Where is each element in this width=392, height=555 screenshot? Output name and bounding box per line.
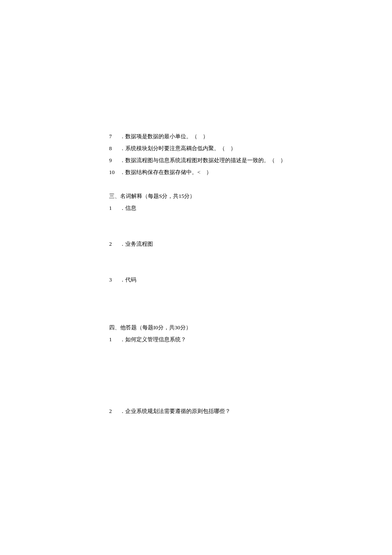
document-body: 7 ．数据项是数据的最小单位。（ ） 8 ．系统模块划分时要注意高耦合低内聚。（… (109, 131, 322, 417)
heading-text: 三、名词解释（每题S分，共15分） (109, 193, 195, 199)
section-4-heading: 四、他答题（每题I0分，共30分） (109, 322, 322, 334)
question-text: ．数据项是数据的最小单位。（ ） (120, 133, 208, 139)
section-3-heading: 三、名词解释（每题S分，共15分） (109, 190, 322, 202)
question-number: 2 (109, 238, 118, 250)
question-number: 2 (109, 405, 118, 417)
question-text: ．系统模块划分时要注意高耦合低内聚。（ ） (120, 145, 236, 151)
answer-question-2: 2 ．企业系统规划法需要遵循的原则包括哪些？ (109, 405, 322, 417)
question-text: ．信息 (120, 205, 136, 211)
question-number: 1 (109, 202, 118, 214)
question-number: 3 (109, 274, 118, 286)
heading-text: 四、他答题（每题I0分，共30分） (109, 324, 191, 331)
question-text: ．数据流程图与信息系统流程图对数据处理的描述是一致的。（ ） (120, 157, 286, 163)
tf-question-9: 9 ．数据流程图与信息系统流程图对数据处理的描述是一致的。（ ） (109, 154, 322, 166)
term-question-1: 1 ．信息 (109, 202, 322, 214)
question-text: ．业务流程图 (120, 241, 153, 247)
answer-question-1: 1 ．如何定义管理信息系统？ (109, 334, 322, 346)
question-number: 1 (109, 334, 118, 346)
tf-question-7: 7 ．数据项是数据的最小单位。（ ） (109, 131, 322, 142)
term-question-3: 3 ．代码 (109, 274, 322, 286)
question-number: 7 (109, 131, 118, 142)
question-number: 10 (109, 166, 118, 178)
question-text: ．数据结构保存在数据存储中。< ） (120, 169, 211, 175)
term-question-2: 2 ．业务流程图 (109, 238, 322, 250)
question-text: ．如何定义管理信息系统？ (120, 336, 186, 343)
tf-question-8: 8 ．系统模块划分时要注意高耦合低内聚。（ ） (109, 142, 322, 154)
question-text: ．企业系统规划法需要遵循的原则包括哪些？ (120, 408, 231, 414)
question-number: 8 (109, 142, 118, 154)
tf-question-10: 10 ．数据结构保存在数据存储中。< ） (109, 166, 322, 178)
question-number: 9 (109, 154, 118, 166)
question-text: ．代码 (120, 276, 136, 283)
